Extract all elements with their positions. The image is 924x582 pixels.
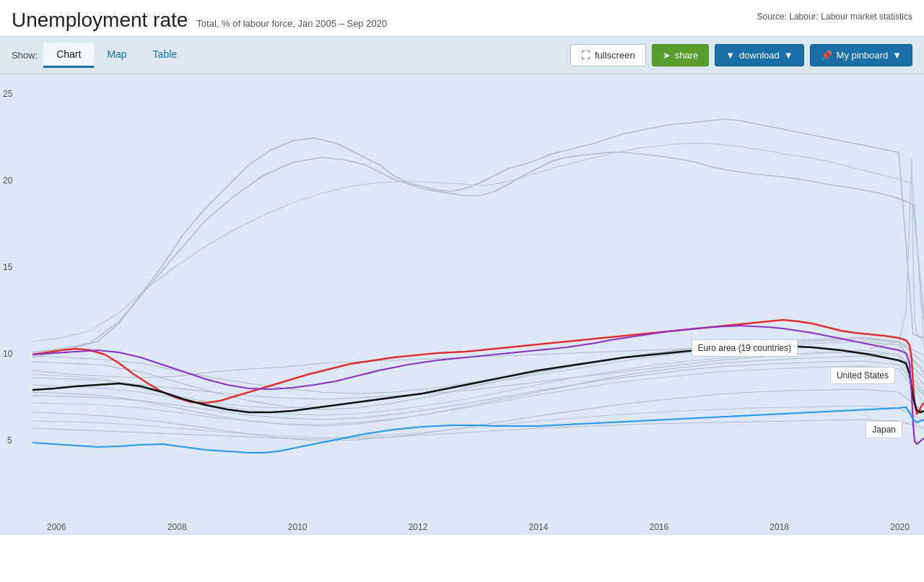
x-label-2008: 2008 [167, 522, 187, 532]
x-label-2018: 2018 [770, 522, 789, 532]
show-label: Show: [12, 50, 38, 61]
download-button[interactable]: ▼ download ▼ [715, 44, 803, 66]
chart-svg [32, 74, 924, 513]
chart-area: 25 20 15 10 5 [0, 74, 924, 535]
svg-rect-0 [32, 74, 924, 513]
y-label-10: 10 [3, 349, 12, 359]
y-label-20: 20 [3, 175, 12, 186]
y-label-25: 25 [3, 89, 12, 99]
x-axis: 2006 2008 2010 2012 2014 2016 2018 2020 [32, 522, 924, 532]
header: Unemployment rate Total, % of labour for… [0, 0, 924, 36]
tab-table[interactable]: Table [140, 43, 190, 68]
tooltip-us: United States [830, 367, 895, 384]
page-title: Unemployment rate [12, 9, 188, 32]
source-text: Source: Labour: Labour market statistics [757, 9, 912, 22]
tooltip-japan: Japan [866, 421, 902, 438]
fullscreen-button[interactable]: ⛶ fullscreen [570, 44, 646, 66]
tooltip-us-label: United States [837, 370, 889, 381]
pin-icon: 📌 [821, 50, 832, 61]
download-icon: ▼ [725, 50, 735, 61]
y-label-15: 15 [3, 262, 12, 272]
x-label-2010: 2010 [288, 522, 308, 532]
x-label-2006: 2006 [47, 522, 66, 532]
pinboard-chevron-icon: ▼ [892, 50, 902, 61]
tooltip-euro-label: Euro area (19 countries) [698, 343, 791, 353]
pinboard-button[interactable]: 📌 My pinboard ▼ [810, 44, 912, 66]
tab-chart[interactable]: Chart [43, 43, 94, 68]
x-label-2020: 2020 [890, 522, 910, 532]
x-label-2012: 2012 [409, 522, 428, 532]
y-label-5: 5 [7, 435, 12, 446]
tooltip-euro-area: Euro area (19 countries) [692, 339, 798, 357]
share-icon: ➤ [663, 50, 671, 61]
x-label-2016: 2016 [649, 522, 668, 532]
download-chevron-icon: ▼ [784, 50, 793, 61]
x-label-2014: 2014 [529, 522, 549, 532]
tab-map[interactable]: Map [94, 43, 139, 68]
subtitle: Total, % of labour force, Jan 2005 – Sep… [196, 18, 387, 29]
fullscreen-icon: ⛶ [581, 50, 590, 61]
tooltip-japan-label: Japan [872, 425, 896, 435]
toolbar: Show: Chart Map Table ⛶ fullscreen ➤ sha… [0, 36, 924, 74]
share-button[interactable]: ➤ share [652, 44, 710, 66]
